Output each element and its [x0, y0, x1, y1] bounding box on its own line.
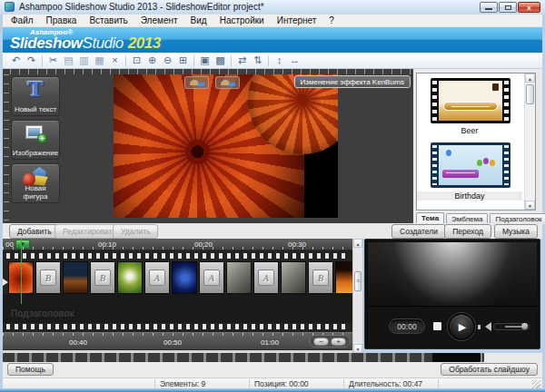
cut-icon[interactable]: ✂ [45, 53, 61, 68]
beer-mug-icon [492, 83, 499, 91]
timeline-clip-photo[interactable] [117, 261, 143, 294]
flip-vertical-icon[interactable]: ⇅ [250, 53, 265, 68]
kenburns-end-button[interactable] [215, 76, 240, 89]
timeline-clip-transition[interactable]: A [253, 261, 279, 294]
kenburns-start-button[interactable] [184, 76, 209, 89]
horizontal-scrollbar[interactable] [3, 353, 484, 362]
timeline-clip-transition[interactable]: B [35, 261, 61, 294]
transition-letter: A [149, 270, 165, 286]
balloon-icon [446, 150, 451, 156]
music-button[interactable]: Музыка [494, 224, 538, 239]
timeline-ruler-bottom[interactable]: 00:40 00:50 01:00 [3, 332, 352, 350]
toolbar-separator [268, 55, 269, 66]
scroll-up-icon[interactable]: ▲ [525, 74, 535, 83]
menu-file[interactable]: Файл [5, 15, 40, 26]
redo-icon[interactable]: ↷ [24, 53, 39, 68]
scroll-down-icon[interactable]: ▼ [353, 344, 362, 353]
playhead[interactable] [21, 239, 22, 304]
menu-bar: Файл Правка Вставить Элемент Вид Настрой… [3, 15, 542, 27]
theme-list: Beer Birthday ▲ ▼ [416, 73, 536, 211]
undo-icon[interactable]: ↶ [8, 53, 24, 68]
scroll-grip[interactable]: ≡ [354, 271, 362, 291]
toolbar-separator [42, 55, 43, 66]
transition-button[interactable]: Переход [444, 224, 491, 239]
timeline-clip-photo[interactable] [172, 261, 197, 294]
flip-horizontal-icon[interactable]: ⇄ [234, 53, 250, 68]
render-slideshow-button[interactable]: Обработать слайдшоу [441, 363, 538, 376]
paste-icon[interactable]: ▥ [76, 53, 92, 68]
zoom-in-icon[interactable]: ⊕ [144, 53, 160, 68]
menu-element[interactable]: Элемент [134, 15, 184, 26]
footer-row: Помощь Обработать слайдшоу [3, 363, 542, 377]
timeline: 00 ▾ 00:10 00:20 00:30 B B A A A B [3, 239, 362, 353]
restore-button[interactable] [499, 2, 517, 13]
zoom-out-icon[interactable]: ⊖ [160, 53, 175, 68]
volume-knob[interactable] [521, 323, 528, 329]
transition-letter: A [203, 270, 220, 286]
stop-button[interactable] [433, 322, 441, 330]
timeline-clip-transition[interactable]: B [308, 261, 333, 294]
scroll-down-icon[interactable]: ▼ [525, 201, 535, 210]
delete-icon[interactable]: × [107, 53, 123, 68]
toolbar-separator [231, 55, 232, 66]
status-duration: Длительность: 00:47 [349, 379, 422, 388]
menu-view[interactable]: Вид [184, 15, 213, 26]
new-text-button[interactable]: T Новый текст [11, 76, 60, 116]
scroll-up-icon[interactable]: ▲ [353, 239, 362, 248]
zoom-in-button[interactable]: + [331, 338, 346, 346]
menu-internet[interactable]: Интернет [271, 15, 323, 26]
scroll-thumb[interactable] [526, 84, 534, 104]
bring-forward-icon[interactable]: ▣ [197, 53, 213, 68]
theme-item-birthday[interactable] [431, 142, 510, 188]
horizontal-scroll-thumb[interactable] [432, 353, 481, 362]
kenburns-tooltip: Изменение эффекта KenBurns [294, 75, 411, 88]
minimize-button[interactable] [480, 2, 498, 13]
add-image-label: Изображение [12, 149, 59, 157]
new-shape-button[interactable]: Новая фигура [11, 163, 60, 203]
volume-slider[interactable] [493, 323, 530, 330]
action-row: Добавить Редактировать Удалить Создатели… [3, 223, 542, 239]
creators-button[interactable]: Создатели [391, 224, 446, 239]
duplicate-icon[interactable]: ▦ [92, 53, 107, 68]
playhead-marker-icon[interactable] [3, 279, 12, 286]
balloon-icon [483, 158, 489, 164]
distribute-vertical-icon[interactable]: ↕ [272, 53, 287, 68]
status-bar: Элементы: 9 Позиция: 00:00 Длительность:… [3, 377, 542, 388]
timeline-clip-photo[interactable] [335, 261, 352, 294]
delete-button[interactable]: Удалить [113, 224, 158, 239]
add-button[interactable]: Добавить [9, 224, 60, 239]
window-title: Ashampoo Slideshow Studio 2013 - Slidesh… [19, 2, 264, 12]
timeline-clip-photo[interactable] [226, 261, 252, 294]
menu-insert[interactable]: Вставить [83, 15, 134, 26]
timeline-clip-transition[interactable]: A [144, 261, 170, 294]
close-button[interactable]: x [518, 2, 540, 13]
zoom-out-button[interactable]: − [313, 338, 329, 346]
zoom-fit-icon[interactable]: ⊡ [129, 53, 144, 68]
timeline-clip-transition[interactable]: A [199, 261, 224, 294]
timeline-ruler-top[interactable]: 00 ▾ 00:10 00:20 00:30 [3, 239, 352, 250]
slide-preview[interactable] [114, 74, 338, 218]
status-position: Позиция: 00:00 [254, 379, 309, 388]
balloon-icon [477, 160, 482, 166]
menu-help[interactable]: ? [322, 15, 341, 26]
send-backward-icon[interactable]: ▩ [213, 53, 228, 68]
product-word-slideshow: Slideshow [10, 34, 83, 52]
menu-settings[interactable]: Настройки [213, 15, 271, 26]
resize-grip[interactable] [532, 380, 540, 388]
theme-item-beer[interactable] [431, 78, 510, 123]
film-holes [6, 253, 349, 259]
menu-edit[interactable]: Правка [40, 15, 84, 26]
vertical-ruler [4, 74, 9, 223]
copy-icon[interactable]: ▤ [61, 53, 76, 68]
timeline-clip-transition[interactable]: B [90, 261, 115, 294]
distribute-horizontal-icon[interactable]: ↔ [287, 53, 302, 68]
volume-icon[interactable] [481, 322, 491, 331]
timeline-clip-photo[interactable] [63, 261, 88, 294]
help-button[interactable]: Помощь [7, 363, 54, 376]
zoom-page-icon[interactable]: ⊞ [175, 53, 191, 68]
timeline-clip-photo[interactable] [281, 261, 306, 294]
add-image-button[interactable]: + Изображение [11, 120, 60, 160]
filmstrip: B B A A A B Подзаголовок [3, 250, 352, 332]
play-button[interactable]: ▶ [448, 313, 475, 340]
product-word-studio: Studio [83, 34, 124, 52]
